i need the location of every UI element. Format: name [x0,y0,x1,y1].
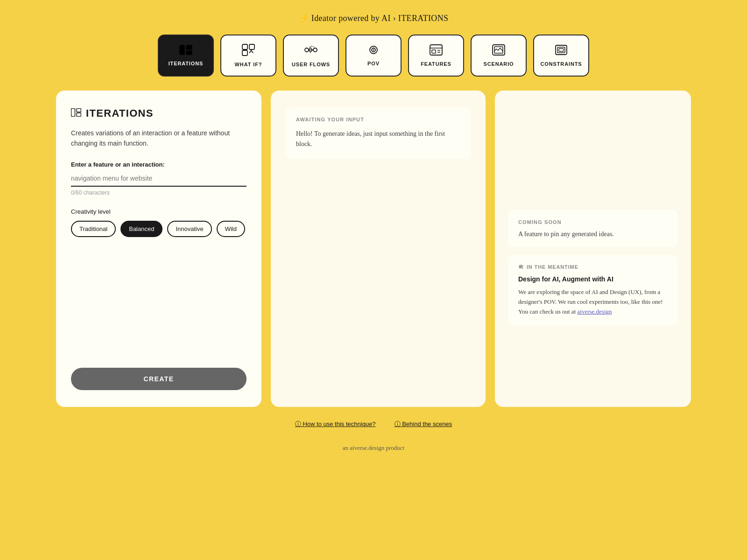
how-to-link[interactable]: ⓘ How to use this technique? [295,420,376,428]
svg-point-6 [305,48,309,52]
svg-point-7 [313,48,317,52]
creativity-wild[interactable]: Wild [217,221,245,237]
nav-item-whatif[interactable]: WHAT IF? [220,35,276,77]
product-label: an aiverse.design product [343,444,404,451]
svg-rect-4 [249,44,254,49]
page-header: ⚡ Ideator powered by AI › ITERATIONS [0,0,747,35]
nav-label-features: FEATURES [421,61,451,67]
coming-soon-text: A feature to pin any generated ideas. [518,231,668,238]
coming-soon-label: COMING SOON [518,219,668,225]
meantime-icon: 🛠 [518,264,524,270]
coming-soon-box: COMING SOON A feature to pin any generat… [508,210,678,247]
svg-rect-25 [77,113,81,117]
iterations-icon [179,45,192,57]
panel-title: ITERATIONS [71,107,247,119]
nav-item-features[interactable]: FEATURES [408,35,464,77]
middle-panel: AWAITING YOUR INPUT Hello! To generate i… [271,91,486,407]
creativity-label: Creativity level [71,208,247,215]
meantime-title: Design for AI, Augment with AI [518,275,668,283]
scenario-icon [492,44,505,57]
nav-label-whatif: WHAT IF? [235,62,262,67]
nav-label-iterations: ITERATIONS [169,61,204,66]
creativity-innovative[interactable]: Innovative [167,221,211,237]
field-label: Enter a feature or an interaction: [71,161,247,168]
awaiting-title: AWAITING YOUR INPUT [296,117,460,122]
svg-rect-15 [432,50,436,53]
svg-rect-0 [180,45,184,55]
panel-description: Creates variations of an interaction or … [71,128,247,149]
pov-icon [366,45,381,57]
svg-rect-1 [186,45,192,49]
svg-rect-23 [71,109,75,117]
footer-links: ⓘ How to use this technique? ⓘ Behind th… [0,407,747,435]
logo-icon: ⚡ [299,14,309,23]
awaiting-text: Hello! To generate ideas, just input som… [296,129,460,150]
features-icon [430,44,443,57]
nav-bar: ITERATIONS WHAT IF? USER FLOWS [0,35,747,91]
main-content: ITERATIONS Creates variations of an inte… [0,91,747,407]
nav-label-scenario: SCENARIO [483,61,514,67]
svg-point-12 [373,49,374,51]
svg-rect-22 [559,49,564,51]
nav-label-constraints: CONSTRAINTS [540,61,582,67]
userflows-icon [304,44,318,58]
behind-scenes-link[interactable]: ⓘ Behind the scenes [395,420,452,428]
meantime-label-text: IN THE MEANTIME [527,264,578,270]
nav-item-userflows[interactable]: USER FLOWS [283,35,339,77]
meantime-text: We are exploring the space of AI and Des… [518,287,668,316]
creativity-section: Creativity level Traditional Balanced In… [71,208,247,237]
nav-item-constraints[interactable]: CONSTRAINTS [533,35,589,77]
left-panel: ITERATIONS Creates variations of an inte… [56,91,261,407]
svg-rect-24 [77,109,81,112]
constraints-icon [555,44,568,57]
meantime-link[interactable]: aiverse.design [578,308,612,315]
nav-label-userflows: USER FLOWS [292,62,330,67]
creativity-buttons: Traditional Balanced Innovative Wild [71,221,247,237]
svg-rect-5 [242,50,247,56]
meantime-box: 🛠 IN THE MEANTIME Design for AI, Augment… [508,255,678,326]
meantime-label: 🛠 IN THE MEANTIME [518,264,668,270]
right-panel: COMING SOON A feature to pin any generat… [495,91,691,407]
svg-rect-3 [242,44,247,49]
header-title: Ideator powered by AI › ITERATIONS [311,14,449,23]
nav-item-pov[interactable]: POV [345,35,402,77]
whatif-icon [242,44,255,58]
creativity-balanced[interactable]: Balanced [120,221,162,237]
panel-title-icon [71,107,81,119]
footer-bottom: an aiverse.design product [0,435,747,466]
nav-label-pov: POV [367,61,380,66]
awaiting-box: AWAITING YOUR INPUT Hello! To generate i… [286,107,471,159]
creativity-traditional[interactable]: Traditional [71,221,116,237]
feature-input[interactable] [71,173,247,187]
create-button[interactable]: CREATE [71,368,247,390]
svg-rect-2 [186,51,192,55]
nav-item-iterations[interactable]: ITERATIONS [158,35,214,77]
nav-item-scenario[interactable]: SCENARIO [471,35,527,77]
char-count: 0/60 characters [71,189,247,196]
